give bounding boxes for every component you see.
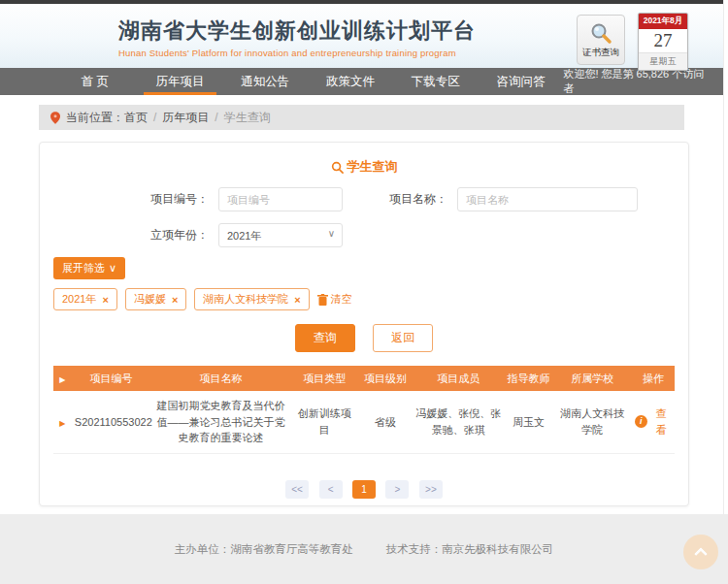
- form-actions: 查询 返回: [53, 324, 675, 352]
- cell-members: 冯媛媛、张倪、张景驰、张琪: [413, 391, 504, 453]
- search-icon: [331, 161, 344, 174]
- site-brand: 湖南省大学生创新创业训练计划平台 Hunan Students' Platfor…: [118, 16, 476, 58]
- form-row-1: 项目编号： 项目名称：: [53, 187, 675, 211]
- view-details-link[interactable]: i 查看: [635, 406, 672, 438]
- filter-tag-label: 冯媛媛: [134, 292, 166, 307]
- chevron-up-icon: [694, 547, 708, 561]
- expand-filter-button[interactable]: 展开筛选 ∨: [53, 257, 125, 279]
- project-no-label: 项目编号：: [53, 191, 218, 208]
- nav-item-past-projects[interactable]: 历年项目: [138, 68, 223, 95]
- certificate-query-label: 证书查询: [582, 47, 619, 59]
- nav-item-label: 历年项目: [156, 74, 205, 90]
- calendar-weekday: 星期五: [639, 52, 687, 70]
- pagination: << < 1 > >>: [53, 479, 675, 499]
- pagination-first-button[interactable]: <<: [285, 480, 309, 499]
- page: 湖南省大学生创新创业训练计划平台 Hunan Students' Platfor…: [0, 0, 728, 584]
- nav-item-downloads[interactable]: 下载专区: [393, 68, 479, 95]
- cell-project-type: 创新训练项目: [291, 391, 358, 453]
- expand-row-icon[interactable]: ▶: [59, 419, 65, 428]
- filter-tag-label: 湖南人文科技学院: [203, 292, 288, 307]
- nav-item-label: 首 页: [82, 74, 109, 90]
- year-select-wrap: 2021年 ∨: [218, 223, 343, 247]
- calendar-day: 27: [639, 29, 687, 52]
- scrollbar-track[interactable]: [723, 0, 728, 514]
- table-header-row: ▶ 项目编号 项目名称 项目类型 项目级别 项目成员 指导教师 所属学校 操作: [53, 366, 675, 391]
- pagination-next-button[interactable]: >: [385, 480, 409, 499]
- remove-tag-icon[interactable]: ×: [172, 294, 178, 306]
- visitor-counter: 欢迎您! 您是第 65,826 个访问者: [563, 67, 723, 96]
- remove-tag-icon[interactable]: ×: [294, 294, 300, 306]
- expand-all-icon: ▶: [59, 375, 65, 384]
- magnifier-icon: [589, 21, 612, 45]
- col-actions: 操作: [632, 366, 675, 391]
- footer-host: 主办单位：湖南省教育厅高等教育处: [175, 542, 353, 557]
- filter-tag-student: 冯媛媛 ×: [125, 288, 186, 310]
- back-button[interactable]: 返回: [373, 324, 433, 352]
- breadcrumb-separator: /: [153, 111, 156, 124]
- col-school: 所属学校: [552, 366, 632, 391]
- filter-tag-school: 湖南人文科技学院 ×: [194, 288, 309, 310]
- year-label: 立项年份：: [53, 227, 218, 243]
- info-icon: i: [635, 415, 647, 428]
- cell-advisor: 周玉文: [504, 391, 552, 453]
- certificate-query-button[interactable]: 证书查询: [577, 15, 625, 65]
- expand-filter-label: 展开筛选: [62, 261, 105, 276]
- col-project-level: 项目级别: [358, 366, 413, 391]
- project-name-input[interactable]: [457, 187, 638, 211]
- cell-school: 湖南人文科技学院: [552, 391, 632, 453]
- calendar-month: 2021年8月: [639, 14, 687, 29]
- footer-support: 技术支持：南京先极科技有限公司: [386, 542, 554, 557]
- chevron-down-icon: ∨: [109, 262, 116, 275]
- breadcrumb-home[interactable]: 首页: [124, 110, 148, 126]
- student-query-panel: 学生查询 项目编号： 项目名称： 立项年份： 2021年 ∨ 展开筛选 ∨ 20…: [39, 142, 689, 506]
- cell-project-no: S202110553022: [72, 391, 151, 453]
- pagination-page-1[interactable]: 1: [352, 480, 376, 499]
- table-row: ▶ S202110553022 建国初期党史教育及当代价值——兼论习总书记关于党…: [53, 391, 675, 453]
- nav-item-qa[interactable]: 咨询问答: [479, 68, 564, 95]
- col-members: 项目成员: [413, 366, 504, 391]
- nav-item-label: 咨询问答: [497, 74, 546, 90]
- breadcrumb-separator: /: [215, 111, 217, 124]
- calendar-widget: 2021年8月 27 星期五: [638, 13, 688, 71]
- site-title: 湖南省大学生创新创业训练计划平台: [118, 16, 476, 46]
- page-footer: 主办单位：湖南省教育厅高等教育处 技术支持：南京先极科技有限公司: [0, 514, 728, 584]
- filter-tags-row: 2021年 × 冯媛媛 × 湖南人文科技学院 × 清空: [53, 288, 675, 310]
- view-details-label: 查看: [651, 406, 672, 438]
- breadcrumb-current: 学生查询: [224, 110, 271, 126]
- site-header: 湖南省大学生创新创业训练计划平台 Hunan Students' Platfor…: [0, 4, 723, 68]
- results-table: ▶ 项目编号 项目名称 项目类型 项目级别 项目成员 指导教师 所属学校 操作 …: [53, 366, 675, 454]
- clear-filters-button[interactable]: 清空: [317, 292, 352, 307]
- remove-tag-icon[interactable]: ×: [102, 294, 108, 306]
- filter-tag-year: 2021年 ×: [53, 288, 117, 310]
- form-row-2: 立项年份： 2021年 ∨: [53, 223, 675, 247]
- cell-project-level: 省级: [358, 391, 413, 453]
- project-no-input[interactable]: [218, 187, 343, 211]
- back-to-top-button[interactable]: [683, 535, 718, 569]
- nav-item-home[interactable]: 首 页: [52, 68, 138, 95]
- filter-tag-label: 2021年: [62, 292, 96, 307]
- nav-item-announcements[interactable]: 通知公告: [222, 68, 308, 95]
- col-project-name: 项目名称: [150, 366, 290, 391]
- query-button[interactable]: 查询: [295, 324, 355, 352]
- nav-item-label: 通知公告: [241, 74, 289, 90]
- col-project-no: 项目编号: [72, 366, 151, 391]
- pagination-last-button[interactable]: >>: [419, 480, 443, 499]
- cell-project-name: 建国初期党史教育及当代价值——兼论习总书记关于党史教育的重要论述: [150, 391, 290, 453]
- nav-item-policy-documents[interactable]: 政策文件: [308, 68, 393, 95]
- breadcrumb-label: 当前位置：: [66, 110, 124, 126]
- breadcrumb: 当前位置： 首页 / 历年项目 / 学生查询: [39, 105, 684, 130]
- year-select[interactable]: 2021年: [219, 224, 342, 246]
- clear-filters-label: 清空: [331, 292, 352, 307]
- col-advisor: 指导教师: [504, 366, 552, 391]
- panel-title: 学生查询: [53, 158, 675, 176]
- nav-item-label: 下载专区: [412, 74, 460, 90]
- site-subtitle: Hunan Students' Platform for innovation …: [118, 48, 476, 58]
- pagination-prev-button[interactable]: <: [319, 480, 343, 499]
- panel-title-text: 学生查询: [347, 158, 398, 176]
- col-project-type: 项目类型: [291, 366, 358, 391]
- location-pin-icon: [50, 112, 60, 124]
- nav-item-label: 政策文件: [326, 74, 375, 90]
- main-nav: 首 页 历年项目 通知公告 政策文件 下载专区 咨询问答 欢迎您! 您是第 65…: [0, 68, 723, 95]
- project-name-label: 项目名称：: [343, 191, 457, 208]
- breadcrumb-past-projects[interactable]: 历年项目: [162, 110, 209, 126]
